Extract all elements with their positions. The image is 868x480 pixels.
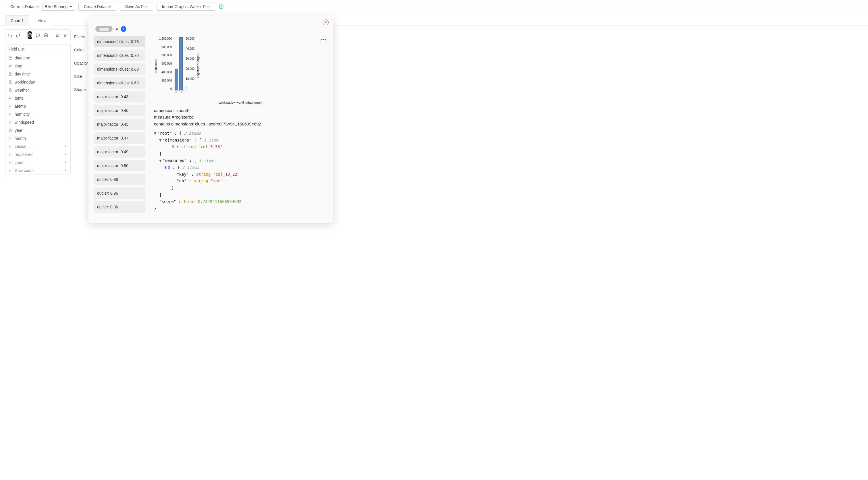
breadcrumb-badge: 1 xyxy=(121,26,126,32)
field-list-panel: Field List datetimetimedayTimeworkingday… xyxy=(5,44,71,175)
json-dimensions-0: 0 : string "col_3_38" xyxy=(154,143,328,151)
field-item[interactable]: workingday xyxy=(5,78,70,86)
field-item[interactable]: count xyxy=(5,158,70,166)
sort-icon[interactable] xyxy=(63,31,68,39)
cube-icon[interactable] xyxy=(28,31,32,39)
save-as-file-button[interactable]: Save As File xyxy=(120,3,153,11)
clue-item[interactable]: major factor: 0.45 xyxy=(94,105,145,116)
field-item-label: registered xyxy=(14,152,32,157)
breadcrumb-pill[interactable]: month xyxy=(95,26,113,32)
calendar-icon xyxy=(8,56,12,60)
field-item[interactable]: temp xyxy=(5,94,70,102)
y-tick: 400,000 xyxy=(159,71,172,74)
status-check-icon xyxy=(219,4,224,9)
divider xyxy=(52,33,52,38)
chevron-down-icon[interactable] xyxy=(64,152,67,157)
clue-item[interactable]: dimensions' clues: 0.63 xyxy=(94,77,145,89)
chevron-down-icon[interactable] xyxy=(64,144,67,149)
y-ticks-left: 1,200,0001,000,000800,000600,000400,0002… xyxy=(159,37,172,90)
breadcrumb: month = 1 xyxy=(95,26,328,32)
json-measures[interactable]: ▼"measures" : [ 1 item xyxy=(154,157,328,164)
field-item-label: humidity xyxy=(14,112,30,117)
chevron-down-icon[interactable] xyxy=(64,160,67,165)
json-measures-close: ] xyxy=(154,191,328,198)
clue-item[interactable]: major factor: 0.49 xyxy=(94,146,145,158)
clue-item[interactable]: major factor: 0.47 xyxy=(94,132,145,144)
field-list-title: Field List xyxy=(5,44,70,54)
field-item[interactable]: registered xyxy=(5,151,70,158)
json-score: "score" : float 0.7349411606994692 xyxy=(154,198,328,205)
import-walker-button[interactable]: Import Graphic Walker File xyxy=(157,3,215,11)
json-dimensions[interactable]: ▼"dimensions" : [ 1 item xyxy=(154,137,328,144)
desc-line-1: dimension =month xyxy=(154,107,328,114)
refresh-icon[interactable] xyxy=(56,31,60,39)
clue-item[interactable]: outlier: 0.96 xyxy=(94,201,145,213)
field-item[interactable]: datetime xyxy=(5,54,70,62)
clue-item[interactable]: outlier: 0.96 xyxy=(94,188,145,199)
x-tick: 0 xyxy=(176,91,177,94)
layers-icon[interactable] xyxy=(44,31,48,39)
clue-item[interactable]: dimensions' clues: 0.68 xyxy=(94,63,145,75)
clue-item[interactable]: dimensions' clues: 0.70 xyxy=(94,50,145,61)
y-tick: 0 xyxy=(186,87,195,90)
y-tick: 50,000 xyxy=(186,37,195,40)
doc-icon xyxy=(8,72,12,76)
field-item[interactable]: casual xyxy=(5,142,70,151)
field-item[interactable]: weather xyxy=(5,86,70,94)
clue-item[interactable]: major factor: 0.43 xyxy=(94,91,145,102)
chevron-down-icon[interactable] xyxy=(64,168,67,173)
tab-chart-1[interactable]: Chart 1 xyxy=(5,15,29,26)
y-tick: 200,000 xyxy=(159,79,172,82)
json-measures-0-close: } xyxy=(154,185,328,191)
json-measures-0-op: "op" : string "sum" xyxy=(154,178,328,185)
json-root[interactable]: ▼"root" : { 3 items xyxy=(154,130,328,137)
shelf-opacity-label: Opacity xyxy=(73,56,88,65)
field-item[interactable]: atemp xyxy=(5,102,70,110)
clue-item[interactable]: major factor: 0.45 xyxy=(94,119,145,130)
field-list: datetimetimedayTimeworkingdayweathertemp… xyxy=(5,54,70,174)
field-item-label: weather xyxy=(14,88,29,92)
svg-rect-1 xyxy=(9,57,12,59)
bar xyxy=(179,37,183,90)
hash-icon xyxy=(8,104,12,108)
shelf-filters-label: Filters xyxy=(73,29,88,39)
field-item[interactable]: Row count xyxy=(5,166,70,174)
divider xyxy=(24,33,24,38)
field-item[interactable]: humidity xyxy=(5,110,70,118)
json-root-close: } xyxy=(154,205,328,212)
create-dataset-button[interactable]: Create Dataset xyxy=(79,3,116,11)
y-tick: 20,000 xyxy=(186,67,195,70)
clue-item[interactable]: dimensions' clues: 0.73 xyxy=(94,36,145,47)
tab-new[interactable]: + New xyxy=(29,15,52,26)
y-axis-left-label: registered xyxy=(154,59,157,73)
x-categories: 01 xyxy=(174,91,184,94)
field-item-label: month xyxy=(14,136,26,141)
y-tick: 0 xyxy=(159,87,172,90)
hash-icon xyxy=(8,136,12,140)
field-item-label: datetime xyxy=(14,56,30,60)
hash-icon xyxy=(8,160,12,164)
field-item[interactable]: time xyxy=(5,62,70,70)
x-tick: 1 xyxy=(181,91,182,94)
y-axis-right-label: registered(target) xyxy=(196,54,199,77)
field-item[interactable]: dayTime xyxy=(5,70,70,78)
bar xyxy=(175,69,178,90)
dataset-select[interactable]: Bike Sharing xyxy=(42,3,75,11)
json-dimensions-close: ] xyxy=(154,151,328,157)
y-ticks-right: 50,00040,00030,00020,00010,0000 xyxy=(186,37,195,90)
field-item[interactable]: year xyxy=(5,126,70,134)
json-measures-0[interactable]: ▼0 : { 2 items xyxy=(154,164,328,171)
undo-icon[interactable] xyxy=(8,31,12,39)
chat-icon[interactable] xyxy=(36,31,40,39)
redo-icon[interactable] xyxy=(16,31,21,39)
close-icon[interactable]: ✕ xyxy=(323,20,329,25)
clue-item[interactable]: major factor: 0.50 xyxy=(94,160,145,171)
x-axis-label: workingday, workingday(target) xyxy=(154,101,328,104)
field-item-label: Row count xyxy=(14,168,34,173)
field-item[interactable]: month xyxy=(5,134,70,142)
chart: ••• registered 1,200,0001,000,000800,000… xyxy=(154,36,328,94)
more-icon[interactable]: ••• xyxy=(320,36,328,43)
field-item-label: temp xyxy=(14,96,24,100)
clue-item[interactable]: outlier: 0.96 xyxy=(94,174,145,185)
field-item[interactable]: windspeed xyxy=(5,118,70,126)
